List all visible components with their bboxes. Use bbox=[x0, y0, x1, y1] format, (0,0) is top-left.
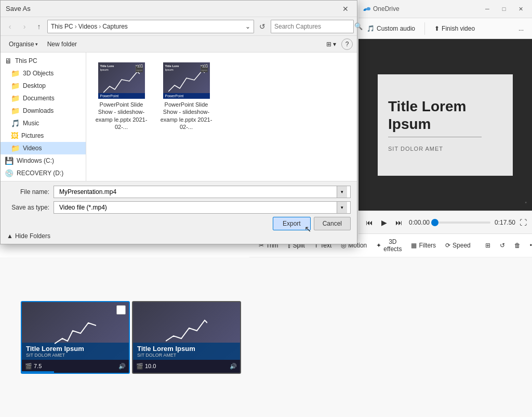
help-button[interactable]: ? bbox=[341, 38, 353, 50]
search-icon: 🔍 bbox=[354, 22, 363, 30]
preview-dot: • bbox=[525, 199, 527, 205]
custom-audio-button[interactable]: 🎵 Custom audio bbox=[363, 23, 419, 34]
breadcrumb-part-3: Captures bbox=[102, 23, 128, 30]
sidebar-item-windows-c[interactable]: 💾 Windows (C:) bbox=[1, 154, 86, 167]
breadcrumb[interactable]: This PC › Videos › Captures ⌄ bbox=[47, 20, 254, 33]
refresh-button[interactable]: ↺ bbox=[256, 20, 269, 33]
sidebar-item-pictures[interactable]: 🖼 Pictures bbox=[1, 129, 86, 142]
clip-item-2[interactable]: Title Lorem Ipsum SIT DOLOR AMET 🎬 10.0 … bbox=[132, 301, 241, 374]
clip-checkbox-1[interactable] bbox=[116, 305, 126, 315]
sidebar-item-desktop[interactable]: 📁 Desktop bbox=[1, 80, 86, 92]
sidebar-item-documents[interactable]: 📁 Documents bbox=[1, 92, 86, 105]
filename-input-wrapper: ▾ bbox=[54, 186, 351, 198]
time-current: 0:00.00 bbox=[409, 219, 430, 226]
editor-top-toolbar: 🎵 Custom audio ⬆ Finish video ... bbox=[358, 18, 532, 39]
finish-video-label: Finish video bbox=[442, 25, 475, 32]
action-row: Export ↖ Cancel bbox=[7, 217, 351, 230]
dialog-title: Save As bbox=[6, 5, 339, 12]
breadcrumb-sep-2: › bbox=[99, 23, 101, 30]
film-icon-1: 🎬 bbox=[25, 363, 32, 370]
sidebar-item-recovery-d[interactable]: 💿 RECOVERY (D:) bbox=[1, 167, 86, 179]
file-item-1[interactable]: 🎬 Title Lore Ipsum PowerPoint PowerPoint… bbox=[91, 58, 151, 135]
sidebar-item-this-pc[interactable]: 🖥 This PC bbox=[1, 55, 86, 67]
vlc-icon-1: 🎬 bbox=[135, 64, 143, 72]
organise-label: Organise bbox=[9, 41, 34, 48]
rotate-button[interactable]: ↺ bbox=[496, 239, 509, 252]
hide-folders-toggle[interactable]: ▲ Hide Folders bbox=[7, 232, 50, 240]
new-folder-button[interactable]: New folder bbox=[43, 39, 81, 49]
drive-icon-d: 💿 bbox=[5, 169, 14, 177]
clip-chart-2 bbox=[166, 315, 207, 346]
rewind-button[interactable]: ⏮ bbox=[364, 217, 375, 228]
sidebar: 🖥 This PC 📁 3D Objects 📁 Desktop 📁 Docum… bbox=[1, 53, 86, 181]
filters-button[interactable]: ▦ Filters bbox=[407, 239, 440, 252]
cancel-button[interactable]: Cancel bbox=[314, 217, 351, 230]
back-button[interactable]: ‹ bbox=[4, 20, 16, 33]
vlc-icon-2: 🎬 bbox=[200, 64, 208, 72]
clip-subtitle-2: SIT DOLOR AMET bbox=[137, 353, 236, 358]
file-thumb-1: 🎬 Title Lore Ipsum PowerPoint bbox=[98, 62, 145, 99]
toolbar-more-button[interactable]: ... bbox=[514, 23, 528, 34]
maximize-button[interactable]: □ bbox=[497, 4, 511, 14]
speed-button[interactable]: ⟳ Speed bbox=[441, 239, 475, 252]
time-end: 0:17.50 bbox=[495, 219, 515, 226]
savetype-dropdown-btn[interactable]: ▾ bbox=[337, 202, 347, 213]
clip-audio-2: 🔊 bbox=[230, 363, 237, 370]
breadcrumb-dropdown[interactable]: ⌄ bbox=[245, 23, 250, 30]
folder-icon-docs: 📁 bbox=[11, 94, 20, 102]
sidebar-label-3d: 3D Objects bbox=[23, 70, 54, 77]
clip-timeline: Title Lorem Ipsum SIT DOLOR AMET 🎬 7.5 🔊 bbox=[0, 257, 532, 417]
filters-label: Filters bbox=[419, 242, 436, 249]
filename-input[interactable] bbox=[57, 187, 337, 197]
more-edit-button[interactable]: ••• bbox=[526, 239, 532, 252]
sidebar-item-videos[interactable]: 📁 Videos bbox=[1, 142, 86, 154]
play-button[interactable]: ▶ bbox=[379, 217, 389, 228]
thumb-title-block-1: Title Lore Ipsum bbox=[100, 64, 114, 71]
finish-video-button[interactable]: ⬆ Finish video bbox=[430, 23, 479, 34]
preview-divider bbox=[388, 137, 482, 137]
effects-label: 3D effects bbox=[383, 238, 402, 253]
folder-icon-videos: 📁 bbox=[11, 144, 20, 152]
forward-button-nav[interactable]: › bbox=[18, 20, 31, 33]
toolbar-separator bbox=[424, 22, 425, 35]
thumb-title-block-2: Title Lore Ipsum bbox=[165, 64, 179, 71]
file-toolbar: Organise ▾ New folder ⊞ ▾ ? bbox=[1, 36, 357, 53]
search-bar[interactable]: 🔍 bbox=[271, 20, 354, 33]
up-button[interactable]: ↑ bbox=[33, 20, 45, 33]
filename-dropdown-btn[interactable]: ▾ bbox=[337, 186, 347, 198]
drive-icon-c: 💾 bbox=[5, 157, 14, 165]
sidebar-item-downloads[interactable]: 📁 Downloads bbox=[1, 105, 86, 117]
file-thumb-2: 🎬 Title Lore Ipsum PowerPoint bbox=[163, 62, 210, 99]
progress-bar[interactable] bbox=[434, 221, 490, 224]
clip-chart-1 bbox=[55, 315, 96, 346]
sidebar-label-videos: Videos bbox=[23, 145, 42, 152]
export-button[interactable]: Export ↖ bbox=[273, 217, 311, 230]
minimize-button[interactable]: ─ bbox=[480, 4, 495, 14]
search-input[interactable] bbox=[274, 23, 352, 30]
address-bar: ‹ › ↑ This PC › Videos › Captures ⌄ ↺ 🔍 bbox=[1, 17, 357, 36]
view-mode-button[interactable]: ⊞ ▾ bbox=[322, 39, 340, 49]
folder-icon-music: 🎵 bbox=[11, 119, 20, 127]
fullscreen-button[interactable]: ⛶ bbox=[520, 218, 527, 227]
close-button[interactable]: ✕ bbox=[513, 4, 528, 14]
sidebar-item-3d-objects[interactable]: 📁 3D Objects bbox=[1, 67, 86, 80]
clip-bottom-2: 🎬 10.0 🔊 bbox=[133, 360, 240, 373]
sidebar-label-this-pc: This PC bbox=[15, 57, 37, 64]
clip-audio-1: 🔊 bbox=[118, 363, 126, 370]
crop-button[interactable]: ⊞ bbox=[481, 239, 495, 252]
savetype-label: Save as type: bbox=[7, 204, 54, 211]
custom-audio-label: Custom audio bbox=[377, 25, 415, 32]
trash-icon: 🗑 bbox=[514, 242, 521, 249]
filename-row: File name: ▾ bbox=[7, 186, 351, 198]
forward-button[interactable]: ⏭ bbox=[393, 217, 405, 228]
sidebar-item-music[interactable]: 🎵 Music bbox=[1, 117, 86, 129]
delete-button[interactable]: 🗑 bbox=[510, 239, 525, 252]
organise-button[interactable]: Organise ▾ bbox=[5, 39, 42, 49]
dialog-close-button[interactable]: ✕ bbox=[339, 3, 352, 15]
clip-item-1[interactable]: Title Lorem Ipsum SIT DOLOR AMET 🎬 7.5 🔊 bbox=[21, 301, 130, 374]
progress-thumb[interactable] bbox=[431, 219, 438, 226]
clip-duration-2: 🎬 10.0 bbox=[136, 363, 156, 370]
file-item-2[interactable]: 🎬 Title Lore Ipsum PowerPoint PowerPoint… bbox=[156, 58, 216, 135]
film-icon-2: 🎬 bbox=[136, 363, 143, 370]
3d-effects-button[interactable]: ✦ 3D effects bbox=[372, 236, 406, 255]
